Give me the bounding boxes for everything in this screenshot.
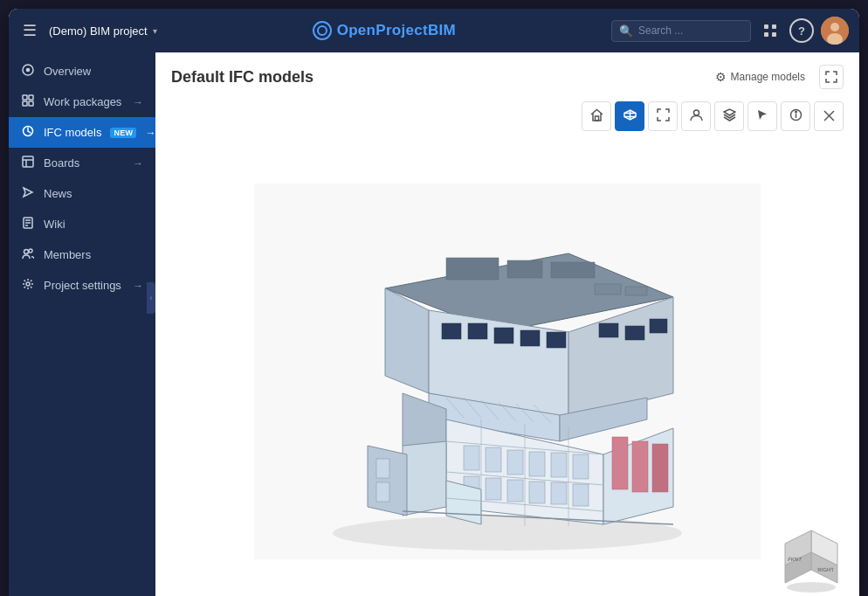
sidebar-item-overview[interactable]: Overview [9,56,155,87]
svg-point-8 [27,69,30,72]
tool-fit-button[interactable] [648,101,678,131]
navbar: ☰ (Demo) BIM project ▾ OpenProjectBIM 🔍 … [9,9,859,52]
svg-point-33 [795,111,796,113]
search-box[interactable]: 🔍 [611,20,751,42]
tool-home-button[interactable] [582,101,611,131]
person-icon [690,108,703,124]
main-layout: Overview Work packages → IFC models NEW … [9,52,859,596]
svg-rect-66 [632,441,648,492]
svg-rect-52 [650,319,667,333]
svg-rect-11 [23,101,27,106]
arrow-work-packages: → [133,96,143,108]
svg-rect-78 [551,482,567,504]
svg-rect-71 [529,452,545,476]
svg-rect-85 [595,284,621,295]
svg-rect-3 [772,32,776,37]
svg-marker-17 [24,188,32,197]
svg-text:FKNT: FKNT [788,557,803,562]
tool-close-button[interactable] [814,101,844,131]
svg-point-24 [26,282,30,286]
grid-button[interactable] [758,20,782,41]
manage-models-button[interactable]: ⚙ Manage models [708,66,812,87]
svg-rect-45 [442,323,461,339]
sidebar-label-members: Members [44,248,143,261]
svg-rect-77 [529,482,545,503]
svg-point-5 [830,23,839,31]
svg-rect-25 [595,116,598,121]
svg-rect-86 [625,287,647,295]
svg-marker-80 [368,446,407,516]
layers-icon [723,108,736,124]
sidebar-item-project-settings[interactable]: Project settings → [9,270,155,301]
svg-rect-9 [23,95,27,100]
svg-point-23 [29,249,32,253]
sidebar-label-boards: Boards [44,156,124,170]
svg-rect-67 [652,444,668,492]
tool-info-button[interactable] [781,101,810,131]
svg-point-22 [24,250,29,254]
badge-new-ifc-models: NEW [110,128,136,138]
avatar[interactable] [821,17,849,45]
svg-rect-69 [486,447,501,472]
help-button[interactable]: ? [789,18,814,43]
svg-rect-1 [772,24,776,29]
svg-rect-73 [573,454,589,479]
svg-rect-40 [507,260,542,278]
sidebar-collapse-handle[interactable]: ‹ [147,282,155,314]
manage-models-icon: ⚙ [715,70,727,84]
sidebar-item-boards[interactable]: Boards → [9,148,155,178]
svg-rect-2 [764,32,768,37]
members-icon [21,247,35,262]
svg-rect-79 [573,484,589,506]
sidebar-item-ifc-models[interactable]: IFC models NEW → [9,117,155,148]
sidebar-item-members[interactable]: Members [9,239,155,270]
app-window: ☰ (Demo) BIM project ▾ OpenProjectBIM 🔍 … [9,9,859,596]
svg-marker-63 [403,441,446,516]
svg-rect-47 [494,328,513,343]
viewer-toolbar [155,98,859,138]
sidebar: Overview Work packages → IFC models NEW … [9,52,155,596]
tool-3d-view-button[interactable] [615,101,644,131]
svg-rect-49 [547,332,566,348]
svg-point-99 [787,582,836,593]
3d-view-icon [623,108,637,124]
tool-person-button[interactable] [681,101,711,131]
sidebar-item-news[interactable]: News [9,178,155,209]
svg-rect-76 [507,480,523,502]
svg-rect-65 [612,437,628,489]
overview-icon [21,64,35,79]
content-header: Default IFC models ⚙ Manage models [155,52,859,98]
navbar-right: 🔍 ? [611,17,849,45]
search-icon: 🔍 [619,24,633,38]
fullscreen-button[interactable] [819,65,844,89]
ifc-models-icon [21,125,35,140]
sidebar-label-project-settings: Project settings [44,279,124,292]
viewer-area: FKNT RIGHT [155,138,859,596]
arrow-ifc-models: → [145,127,155,139]
content-area: Default IFC models ⚙ Manage models [155,52,859,596]
sidebar-item-work-packages[interactable]: Work packages → [9,87,155,117]
logo-text: OpenProjectBIM [337,22,456,39]
close-icon [823,109,835,124]
app-logo: OpenProjectBIM [166,21,603,40]
tool-layers-button[interactable] [714,101,744,131]
logo-accent-text: BIM [428,22,456,38]
logo-icon [313,21,332,40]
hamburger-menu[interactable]: ☰ [19,17,40,44]
tool-select-button[interactable] [747,101,777,131]
svg-text:RIGHT: RIGHT [817,567,834,572]
sidebar-label-wiki: Wiki [44,218,143,231]
navigation-cube[interactable]: FKNT RIGHT [781,526,842,587]
page-title: Default IFC models [171,68,313,87]
news-icon [21,186,35,201]
svg-rect-10 [29,95,33,100]
project-selector[interactable]: (Demo) BIM project ▾ [49,24,157,38]
sidebar-label-ifc-models: IFC models [44,126,101,139]
sidebar-item-wiki[interactable]: Wiki [9,209,155,239]
search-input[interactable] [638,24,743,37]
svg-rect-81 [376,459,389,478]
boards-icon [21,156,35,170]
sidebar-label-overview: Overview [44,65,143,78]
info-icon [789,108,803,124]
svg-rect-0 [764,24,768,29]
